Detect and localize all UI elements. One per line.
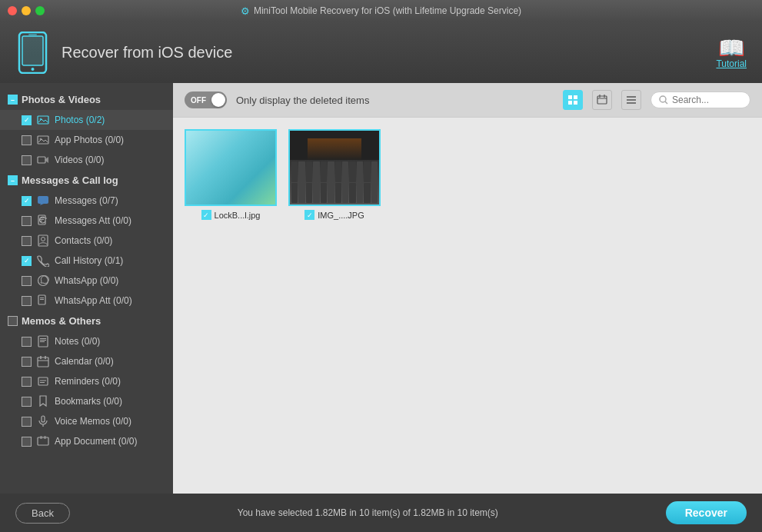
notes-checkbox[interactable] [22,337,32,347]
section-photos-videos[interactable]: Photos & Videos [0,89,173,110]
reminders-checkbox[interactable] [22,377,32,387]
key [349,183,355,203]
sidebar-item-app-document[interactable]: App Document (0/0) [0,431,173,451]
section-photos-videos-checkbox[interactable] [8,95,18,105]
app-document-checkbox[interactable] [22,437,32,447]
key [306,161,312,181]
svg-rect-1 [22,36,43,65]
bookmarks-icon [36,394,50,408]
app-photos-checkbox[interactable] [22,135,32,145]
svg-line-50 [665,101,667,104]
svg-rect-24 [40,340,46,341]
minimize-button[interactable] [22,6,31,15]
calendar-label: Calendar (0/0) [55,356,114,367]
whatsapp-label: WhatsApp (0/0) [55,275,118,286]
search-icon [659,95,668,105]
svg-rect-21 [40,299,44,300]
svg-point-17 [42,238,45,241]
sidebar-item-bookmarks[interactable]: Bookmarks (0/0) [0,391,173,411]
sidebar-item-app-photos[interactable]: App Photos (0/0) [0,130,173,150]
section-messages-checkbox[interactable] [8,175,18,185]
key [335,183,341,203]
key [342,183,348,203]
sidebar-item-calendar[interactable]: Calendar (0/0) [0,351,173,371]
svg-rect-23 [40,338,46,339]
key [291,183,298,203]
tutorial-button[interactable]: 📖 Tutorial [716,35,747,69]
photo2-preview [290,131,379,204]
svg-rect-38 [568,95,572,99]
svg-point-18 [38,276,48,286]
sidebar-item-call-history[interactable]: Call History (0/1) [0,251,173,271]
file-item-img[interactable]: IMG_....JPG [288,129,381,220]
section-memos-checkbox[interactable] [8,316,18,326]
photos-checkbox[interactable] [22,115,32,125]
tutorial-label[interactable]: Tutorial [716,58,747,69]
messages-att-checkbox[interactable] [22,216,32,226]
voice-memos-label: Voice Memos (0/0) [55,416,131,427]
close-button[interactable] [8,6,17,15]
grid-view-button[interactable] [563,90,583,110]
key [349,161,355,181]
section-memos-label: Memos & Others [22,315,101,327]
sidebar-item-videos[interactable]: Videos (0/0) [0,150,173,170]
svg-rect-7 [38,136,48,144]
key [298,161,304,181]
sidebar-item-contacts[interactable]: Contacts (0/0) [0,231,173,251]
sidebar-item-notes[interactable]: Notes (0/0) [0,331,173,351]
phone-icon [15,32,50,74]
contacts-checkbox[interactable] [22,236,32,246]
file-item-lockb[interactable]: LockB...l.jpg [185,129,277,220]
key [364,183,370,203]
svg-rect-9 [38,157,45,163]
bookmarks-checkbox[interactable] [22,397,32,407]
whatsapp-checkbox[interactable] [22,276,32,286]
sidebar-item-reminders[interactable]: Reminders (0/0) [0,371,173,391]
sidebar-item-photos[interactable]: Photos (0/2) [0,110,173,130]
videos-checkbox[interactable] [22,155,32,165]
search-box[interactable] [651,91,750,108]
list-view-button[interactable] [621,90,641,110]
sidebar-item-whatsapp-att[interactable]: WhatsApp Att (0/0) [0,291,173,311]
call-history-checkbox[interactable] [22,256,32,266]
section-memos[interactable]: Memos & Others [0,311,173,331]
titlebar: ⚙ MiniTool Mobile Recovery for iOS (with… [0,0,762,22]
recover-button[interactable]: Recover [666,501,747,524]
contacts-label: Contacts (0/0) [55,235,112,246]
maximize-button[interactable] [35,6,45,15]
svg-rect-39 [574,95,577,99]
svg-rect-13 [40,219,44,220]
section-messages[interactable]: Messages & Call log [0,170,173,191]
back-button[interactable]: Back [15,503,70,524]
key [313,183,319,203]
file-img-checkbox[interactable] [304,210,314,220]
calendar-view-button[interactable] [592,90,612,110]
key [364,161,370,181]
sidebar-item-whatsapp[interactable]: WhatsApp (0/0) [0,271,173,291]
whatsapp-att-checkbox[interactable] [22,296,32,306]
search-input[interactable] [672,95,741,105]
file-grid: LockB...l.jpg [173,118,762,494]
messages-checkbox[interactable] [22,196,32,206]
calendar-checkbox[interactable] [22,357,32,367]
reminders-icon [36,374,50,388]
sidebar-item-messages[interactable]: Messages (0/7) [0,191,173,211]
whatsapp-att-icon [36,294,50,308]
file-lockb-checkbox[interactable] [201,210,211,220]
call-history-icon [36,254,50,268]
messages-att-icon [36,214,50,228]
sidebar-item-voice-memos[interactable]: Voice Memos (0/0) [0,411,173,431]
photos-label: Photos (0/2) [55,115,105,125]
header: Recover from iOS device 📖 Tutorial [0,22,762,83]
photo2-keyboard [290,160,379,204]
file-thumb-img [288,129,381,206]
videos-label: Videos (0/0) [55,155,104,165]
window-controls[interactable] [8,6,45,15]
videos-icon [36,153,50,167]
file-lockb-name: LockB...l.jpg [215,211,261,220]
deleted-items-toggle[interactable]: OFF [185,91,227,108]
sidebar-item-messages-att[interactable]: Messages Att (0/0) [0,211,173,231]
key [357,183,363,203]
file-img-name: IMG_....JPG [318,211,364,220]
voice-memos-checkbox[interactable] [22,417,32,427]
